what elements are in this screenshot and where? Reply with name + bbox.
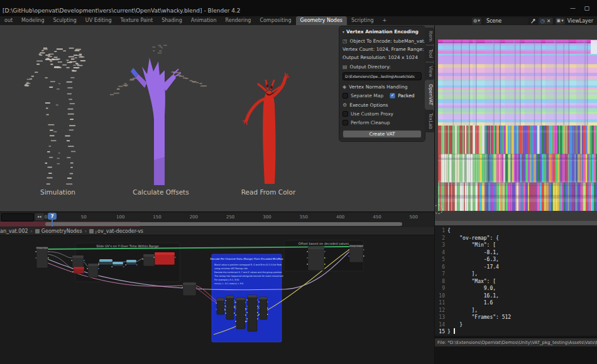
node[interactable] (125, 260, 137, 265)
node[interactable] (153, 252, 175, 265)
sidebar-tab-item[interactable]: Item (425, 28, 434, 45)
node[interactable] (246, 295, 258, 331)
code-line[interactable]: 4 -8.1, (435, 249, 597, 257)
playhead-current-frame[interactable]: 7 (48, 213, 57, 220)
code-line[interactable]: 14 } (435, 321, 597, 329)
workspace-tab-geometry-nodes[interactable]: Geometry Nodes (296, 16, 347, 25)
breadcrumb-object[interactable]: an_vat.002 (0, 228, 28, 234)
read-from-color-figure[interactable] (243, 73, 289, 184)
workspace-tab-strip: outModelingSculptingUV EditingTexture Pa… (0, 16, 378, 25)
simulation-figure[interactable] (25, 48, 85, 185)
separate-map-checkbox[interactable] (342, 93, 348, 99)
scene-viewlayer-bar: ◍▾ Scene ◷ ✕ ▣▾ ViewLayer (472, 16, 597, 25)
code-line[interactable]: 3 "Min": [ (435, 242, 597, 249)
timeline-scrollbar[interactable] (45, 222, 402, 226)
paint-cursor-icon (434, 205, 443, 214)
svg-text:Decode the combined X, Y and Z: Decode the combined X, Y and Z values an… (214, 271, 282, 274)
node[interactable] (216, 298, 225, 314)
line-number: 5 (435, 256, 447, 264)
node[interactable]: Group Input (35, 247, 48, 268)
code-line[interactable]: 2 "ov-remap": { (435, 235, 597, 242)
window-title: [D:\GitHub\openvat\Development\vers\curr… (3, 8, 241, 14)
code-text: ], (447, 270, 478, 278)
sidebar-tab-openvat[interactable]: OpenVAT (425, 81, 434, 109)
code-text: "Min": [ (447, 242, 496, 249)
image-editor[interactable] (434, 25, 597, 221)
panel-title: Vertex Animation Encoding (346, 29, 419, 35)
sidebar-tab-tool[interactable]: Tool (425, 46, 434, 62)
workspace-tab-modeling[interactable]: Modeling (17, 16, 48, 25)
viewlayer-name[interactable]: ViewLayer (567, 18, 593, 24)
code-line[interactable]: 5 -6.3, (435, 256, 597, 264)
line-number: 7 (435, 270, 447, 278)
line-number: 3 (435, 242, 447, 249)
text-editor-top-strip (435, 221, 597, 225)
node[interactable]: Group Output (348, 245, 364, 262)
timeline[interactable]: ↔ 050100150200250300350400450500 7 (0, 211, 434, 227)
scene-name-field[interactable]: Scene (484, 18, 528, 24)
minimize-button[interactable]: — (570, 5, 576, 11)
breadcrumb-separator: › (85, 228, 87, 234)
expand-arrows-icon[interactable]: ↔ (35, 213, 44, 220)
node[interactable] (235, 297, 246, 329)
vat-texture-image[interactable] (438, 40, 597, 211)
workspace-tab-scripting[interactable]: Scripting (347, 16, 378, 25)
svg-text:The remap has happened alongsi: The remap has happened alongside bounds … (214, 275, 284, 277)
code-line[interactable]: 11 1.6 (435, 299, 597, 307)
geometry-node-editor[interactable]: an_vat.002 › GeometryNodes › 2 ov_vat-de… (0, 227, 434, 364)
scene-new-icon[interactable]: ◷ (540, 18, 545, 24)
breadcrumb-node-tree[interactable]: GeometryNodes (41, 228, 82, 234)
scene-type-dropdown[interactable]: ◍▾ (472, 18, 481, 24)
node[interactable] (182, 282, 197, 296)
add-workspace-button[interactable]: + (378, 16, 392, 25)
code-line[interactable]: 6 -17.4 (435, 264, 597, 271)
create-vat-button[interactable]: Create VAT (342, 130, 422, 138)
node-graph-canvas[interactable]: Slide UV's on Y Over Time Within RangeOf… (0, 235, 434, 364)
code-line[interactable]: 13 "Frames": 512 (435, 314, 597, 321)
node[interactable] (71, 255, 84, 268)
packed-checkbox[interactable]: ✓ (390, 93, 395, 99)
workspace-tab-uv-editing[interactable]: UV Editing (81, 16, 116, 25)
workspace-tab-texture-paint[interactable]: Texture Paint (116, 16, 158, 25)
workspace-tab-animation[interactable]: Animation (187, 16, 221, 25)
scene-unlink-icon[interactable]: ✕ (547, 18, 551, 24)
object-data-icon: ◳ (342, 39, 348, 44)
workspace-tab-shading[interactable]: Shading (157, 16, 187, 25)
tick-label-300: 300 (263, 215, 271, 220)
code-line[interactable]: 12 ], (435, 307, 597, 314)
workspace-tab-rendering[interactable]: Rendering (221, 16, 256, 25)
maximize-button[interactable]: ▢ (584, 5, 589, 11)
tick-label-50: 50 (81, 215, 87, 220)
workspace-tab-compositing[interactable]: Compositing (255, 16, 295, 25)
tick-label-150: 150 (153, 215, 161, 220)
code-line[interactable]: 10 16.1, (435, 292, 597, 300)
perform-cleanup-checkbox[interactable] (342, 120, 348, 126)
code-line[interactable]: 9 9.0, (435, 285, 597, 292)
node[interactable] (87, 264, 99, 277)
node[interactable] (258, 297, 268, 319)
sidebar-tab-texlab[interactable]: TexLab (425, 110, 434, 132)
code-line[interactable]: 15} (435, 328, 597, 336)
output-resolution-text: Output Resolution: 1024 x 1024 (342, 55, 422, 60)
workspace-tab-out[interactable]: out (0, 16, 17, 25)
collapse-chevron-icon[interactable]: ▾ (342, 29, 344, 34)
node[interactable] (307, 247, 325, 270)
pin-icon[interactable] (530, 18, 536, 24)
code-line[interactable]: 1{ (435, 227, 597, 235)
sidebar-tab-view[interactable]: View (425, 63, 434, 80)
output-directory-field[interactable]: D:\Extensions\Ope...testing\Assets\Vats (342, 72, 422, 80)
node[interactable] (225, 296, 234, 319)
use-custom-proxy-checkbox[interactable] (342, 111, 348, 117)
code-line[interactable]: 8 "Max": [ (435, 278, 597, 286)
calculate-offsets-figure[interactable] (110, 45, 207, 185)
text-editor[interactable]: 1{2 "ov-remap": {3 "Min": [4 -8.1,5 -6.3… (434, 221, 597, 364)
node[interactable] (98, 259, 113, 265)
viewlayer-dropdown[interactable]: ▣▾ (556, 18, 565, 24)
timeline-left-field[interactable] (1, 213, 34, 222)
breadcrumb-node-group[interactable]: ov_vat-decoder-vs (97, 228, 143, 234)
workspace-tab-sculpting[interactable]: Sculpting (49, 16, 81, 25)
node[interactable] (142, 254, 155, 266)
code-line[interactable]: 7 ], (435, 270, 597, 278)
code-area[interactable]: 1{2 "ov-remap": {3 "Min": [4 -8.1,5 -6.3… (435, 225, 597, 336)
node[interactable] (72, 267, 85, 274)
